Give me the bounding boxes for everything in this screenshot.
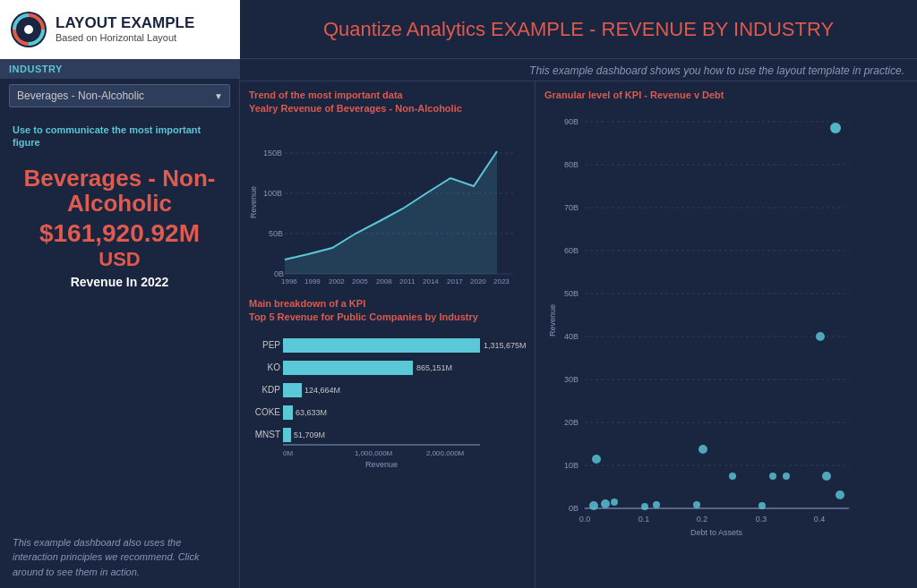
svg-text:1996: 1996 [281, 277, 297, 285]
svg-text:80B: 80B [564, 160, 578, 169]
svg-text:1,315,675M: 1,315,675M [484, 341, 527, 350]
svg-point-79 [729, 473, 736, 480]
kpi-main: Beverages - Non-Alcoholic $161,920.92M U… [13, 157, 227, 298]
industry-header: INDUSTRY [0, 59, 239, 79]
svg-text:51,709M: 51,709M [294, 430, 325, 439]
svg-text:COKE: COKE [255, 407, 281, 417]
svg-text:0.2: 0.2 [697, 515, 708, 524]
kpi-description: Use to communicate the most important fi… [13, 124, 227, 149]
svg-text:KO: KO [268, 362, 281, 372]
svg-point-80 [758, 502, 766, 509]
svg-point-1 [24, 25, 33, 34]
svg-text:2011: 2011 [399, 277, 416, 285]
right-column: Granular level of KPI - Revenue v Debt 0… [536, 81, 917, 588]
main-content: This example dashboard shows you how to … [240, 59, 917, 588]
svg-point-76 [653, 501, 660, 508]
scatter-chart-svg: 0B 10B 20B 30B 40B 50B [544, 106, 867, 544]
svg-text:0.1: 0.1 [638, 515, 650, 524]
middle-column: Trend of the most important data Yealry … [240, 81, 536, 588]
svg-text:50B: 50B [564, 289, 578, 298]
svg-rect-24 [283, 338, 480, 353]
svg-text:50B: 50B [269, 229, 283, 238]
svg-point-86 [836, 490, 844, 499]
svg-text:Revenue: Revenue [249, 186, 258, 218]
scatter-title: Granular level of KPI - Revenue v Debt [544, 89, 908, 102]
svg-text:2008: 2008 [376, 277, 392, 285]
svg-text:150B: 150B [263, 149, 282, 158]
svg-marker-12 [285, 151, 497, 274]
svg-point-84 [822, 472, 831, 481]
svg-text:30B: 30B [564, 375, 578, 384]
svg-text:63,633M: 63,633M [296, 408, 327, 417]
svg-text:100B: 100B [263, 189, 282, 198]
svg-text:Revenue: Revenue [548, 304, 557, 337]
kpi-label: Revenue In 2022 [13, 275, 227, 289]
svg-text:60B: 60B [564, 246, 578, 255]
svg-text:40B: 40B [564, 332, 578, 341]
svg-point-78 [693, 501, 700, 508]
logo-icon [9, 10, 48, 49]
svg-text:2014: 2014 [423, 277, 439, 285]
svg-point-85 [830, 123, 841, 133]
svg-point-73 [611, 499, 618, 506]
industry-select[interactable]: Beverages - Non-Alcoholic [9, 84, 230, 107]
sidebar-note: This example dashboard also uses the int… [0, 526, 239, 589]
svg-rect-33 [283, 405, 293, 420]
svg-point-77 [698, 445, 707, 454]
logo-subtitle: Based on Horizontal Layout [56, 32, 194, 43]
svg-rect-30 [283, 383, 302, 397]
svg-text:10B: 10B [564, 461, 578, 470]
logo-title: LAYOUT EXAMPLE [56, 15, 194, 32]
kpi-currency: USD [13, 248, 227, 271]
svg-rect-36 [283, 428, 291, 442]
svg-text:124,664M: 124,664M [304, 386, 340, 395]
svg-rect-27 [283, 361, 413, 375]
svg-point-81 [769, 473, 776, 480]
svg-point-74 [592, 455, 601, 464]
svg-text:0.0: 0.0 [579, 515, 591, 524]
svg-text:KDP: KDP [261, 385, 280, 395]
svg-text:2005: 2005 [352, 277, 368, 285]
kpi-value: $161,920.92M [13, 220, 227, 248]
line-chart-container: 0B 50B 100B 150B Revenue [249, 120, 526, 290]
subtitle-bar: This example dashboard shows you how to … [240, 59, 917, 81]
body-layout: INDUSTRY Beverages - Non-Alcoholic ▼ Use… [0, 59, 917, 588]
svg-text:0.3: 0.3 [756, 515, 767, 524]
svg-text:1,000,000M: 1,000,000M [355, 449, 393, 457]
kpi-name: Beverages - Non-Alcoholic [13, 166, 227, 217]
svg-point-72 [601, 499, 610, 508]
svg-text:2002: 2002 [329, 277, 345, 285]
svg-text:2,000,000M: 2,000,000M [426, 449, 465, 457]
main-title-prefix: Quantize Analytics [323, 18, 491, 40]
main-title: Quantize Analytics EXAMPLE - REVENUE BY … [240, 18, 917, 41]
industry-dropdown-wrapper[interactable]: Beverages - Non-Alcoholic ▼ [9, 84, 230, 107]
svg-point-83 [816, 332, 825, 341]
kpi-section: Use to communicate the most important fi… [0, 115, 239, 303]
bar-chart-title: Main breakdown of a KPI Top 5 Revenue fo… [249, 297, 526, 325]
svg-point-82 [783, 473, 790, 480]
svg-text:70B: 70B [564, 203, 578, 212]
industry-label: INDUSTRY [9, 64, 63, 74]
bar-chart-container: Main breakdown of a KPI Top 5 Revenue fo… [249, 297, 526, 581]
logo-block: LAYOUT EXAMPLE Based on Horizontal Layou… [0, 0, 240, 59]
svg-text:2020: 2020 [470, 277, 486, 285]
header: LAYOUT EXAMPLE Based on Horizontal Layou… [0, 0, 917, 59]
svg-text:0M: 0M [283, 449, 293, 457]
charts-area: Trend of the most important data Yealry … [240, 81, 917, 588]
logo-text: LAYOUT EXAMPLE Based on Horizontal Layou… [56, 15, 194, 43]
svg-text:0B: 0B [569, 504, 578, 513]
svg-text:Debt to Assets: Debt to Assets [690, 528, 743, 537]
sidebar: INDUSTRY Beverages - Non-Alcoholic ▼ Use… [0, 59, 240, 588]
line-chart-svg: 0B 50B 100B 150B Revenue [249, 120, 527, 285]
svg-text:PEP: PEP [262, 340, 280, 350]
line-chart-title: Trend of the most important data Yealry … [249, 89, 526, 116]
bar-chart-svg: PEP 1,315,675M KO 865,151M KDP 124,664M [249, 328, 527, 467]
svg-text:Revenue: Revenue [365, 460, 398, 467]
svg-text:1999: 1999 [304, 277, 321, 285]
svg-point-75 [641, 503, 648, 510]
svg-point-71 [589, 501, 598, 510]
svg-text:90B: 90B [564, 117, 578, 126]
svg-text:0.4: 0.4 [814, 515, 826, 524]
svg-text:20B: 20B [564, 418, 578, 427]
svg-text:MNST: MNST [255, 430, 280, 439]
